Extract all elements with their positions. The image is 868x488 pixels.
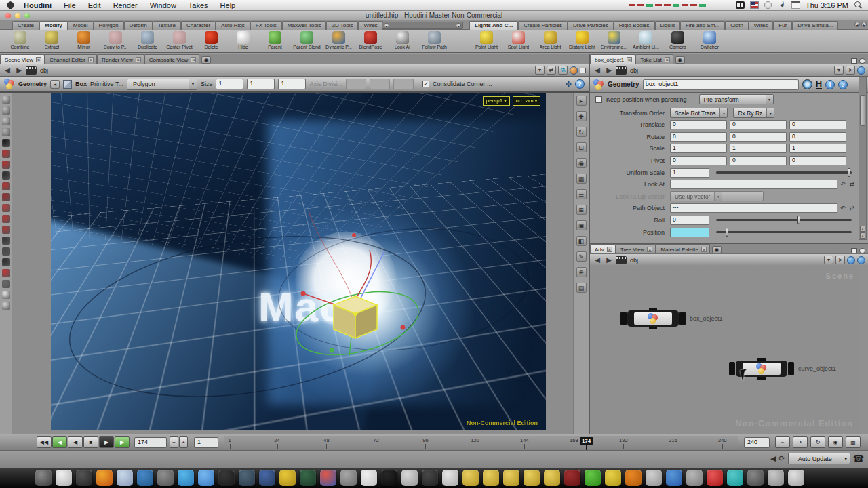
phone-home-icon[interactable]: ☎ (853, 453, 864, 464)
shelf-tool-extract[interactable]: Extract (36, 30, 68, 49)
menu-item-file[interactable]: File (64, 1, 76, 9)
shelf-tab-fur[interactable]: Fur (773, 21, 792, 30)
prev-keyframe-button[interactable]: ◀ (52, 436, 67, 448)
shelf-tab-texture[interactable]: Texture (153, 21, 181, 30)
volume-icon[interactable] (777, 1, 786, 9)
path-dropdown-icon[interactable]: ▾ (834, 66, 844, 75)
shelf-scroll-left-icon[interactable]: ● (384, 23, 389, 28)
help-globe-icon[interactable]: ? (575, 79, 585, 89)
primitive-type-select[interactable]: Polygon▼ (127, 79, 197, 90)
viewport-tool-icon[interactable]: ↻ (576, 127, 587, 137)
pane-tab-composite-view[interactable]: Composite View× (144, 54, 200, 64)
play-backward-button[interactable]: ◀ (68, 436, 83, 448)
network-path[interactable]: obj (629, 257, 638, 264)
viewport-tool-icon[interactable]: ⊡ (576, 142, 587, 152)
pane-tab-take-list[interactable]: Take List× (635, 54, 673, 64)
shelf-tab-wires[interactable]: Wires (749, 21, 773, 30)
op-chooser-icon[interactable]: ⇄ (849, 205, 854, 211)
zoom-network-icon[interactable] (857, 256, 865, 264)
pane-tab-scene-view[interactable]: Scene View× (0, 54, 45, 64)
sync-icon[interactable] (847, 256, 855, 264)
param-field[interactable]: --- (670, 228, 709, 237)
info-icon[interactable]: i (825, 80, 835, 89)
param-menu[interactable]: Scale Rot Trans▼ (670, 108, 728, 118)
viewport-tool-icon[interactable]: ◧ (576, 236, 587, 246)
param-menu[interactable]: Rx Ry Rz▼ (733, 108, 774, 118)
current-frame-field[interactable]: 174 (134, 437, 167, 448)
param-field[interactable]: --- (670, 203, 837, 213)
tool-icon[interactable] (2, 280, 10, 288)
viewport-tool-icon[interactable]: ▸ (576, 96, 587, 106)
shelf-tool-distant-light[interactable]: Distant Light (566, 30, 598, 49)
dock-app-icon[interactable] (747, 470, 764, 486)
dock-app-icon[interactable] (462, 470, 479, 486)
dock-app-icon[interactable] (96, 470, 113, 486)
dock-app-icon[interactable] (239, 470, 255, 486)
float-pane-icon[interactable] (851, 248, 857, 253)
dock-app-icon[interactable] (178, 470, 194, 486)
keep-position-checkbox[interactable] (595, 96, 602, 103)
tool-icon[interactable] (2, 291, 10, 299)
size-x-field[interactable]: 1 (216, 79, 243, 89)
tool-icon[interactable] (2, 204, 10, 212)
slider-handle[interactable] (848, 168, 850, 177)
close-tab-icon[interactable]: × (136, 57, 141, 62)
shelf-tab-drive-particles[interactable]: Drive Particles (568, 21, 614, 30)
shelf-tool-copy-to-p-[interactable]: Copy to P... (100, 30, 132, 49)
float-pane-icon[interactable] (851, 58, 857, 64)
node-flag-right[interactable] (679, 312, 686, 325)
dock-app-icon[interactable] (686, 470, 703, 486)
range-end-field[interactable]: 240 (744, 437, 770, 448)
forward-icon[interactable]: ▶ (604, 66, 614, 74)
tool-icon[interactable] (2, 96, 10, 104)
display-flag-icon[interactable] (802, 79, 812, 89)
dock-app-icon[interactable] (544, 470, 560, 486)
close-tab-icon[interactable]: × (191, 57, 196, 62)
shelf-tab-wires[interactable]: Wires (358, 21, 382, 30)
param-field[interactable]: 0 (789, 156, 846, 165)
dock-app-icon[interactable] (503, 470, 519, 486)
shelf-tool-blendpose[interactable]: BlendPose (355, 30, 387, 49)
dock-app-icon[interactable] (381, 470, 397, 486)
tool-icon[interactable] (2, 182, 10, 190)
param-field[interactable]: 0 (730, 156, 787, 165)
shelf-tab-liquid[interactable]: Liquid (655, 21, 680, 30)
current-frame-marker[interactable]: 174 (580, 437, 593, 445)
node-output-connector[interactable] (649, 327, 657, 329)
dock-app-icon[interactable] (524, 470, 540, 486)
shelf-arrow-left-icon[interactable]: ◂ (854, 22, 860, 27)
menu-item-window[interactable]: Window (150, 1, 176, 9)
shelf-tool-camera[interactable]: Camera (662, 30, 694, 49)
shelf-tab-maxwell-tools[interactable]: Maxwell Tools (282, 21, 327, 30)
shelf-tab-create[interactable]: Create (12, 21, 39, 30)
path-dropdown-icon[interactable]: ▾ (535, 66, 545, 75)
viewport-tool-icon[interactable]: ▣ (576, 220, 587, 230)
add-tab-icon[interactable]: ◉ (201, 56, 211, 64)
dock-app-icon[interactable] (585, 470, 601, 486)
dock-app-icon[interactable] (625, 470, 642, 486)
shelf-tool-center-pivot[interactable]: Center Pivot (163, 30, 195, 49)
back-icon[interactable]: ◀ (3, 66, 12, 74)
slider-handle[interactable] (726, 228, 728, 237)
viewport-tool-icon[interactable]: ◉ (576, 158, 587, 168)
calendar-icon[interactable] (791, 1, 800, 9)
add-tab-icon[interactable]: ◉ (712, 246, 722, 253)
no-cam-badge[interactable]: no cam ▾ (513, 96, 540, 106)
dock-app-icon[interactable] (666, 470, 682, 486)
pane-menu-icon[interactable] (859, 58, 865, 64)
add-tab-icon[interactable]: ◉ (675, 56, 685, 64)
tool-icon[interactable] (2, 258, 10, 266)
viewport-tool-icon[interactable]: ▦ (576, 174, 587, 184)
shelf-tool-spot-light[interactable]: Spot Light (502, 30, 534, 49)
tool-icon[interactable] (2, 139, 10, 147)
dock-app-icon[interactable] (483, 470, 499, 486)
shelf-tool-parent-blend[interactable]: Parent Blend (291, 30, 323, 49)
viewport-tool-icon[interactable]: ⊕ (576, 267, 587, 277)
viewport-tool-icon[interactable]: ✎ (576, 251, 587, 262)
param-field[interactable]: 0 (670, 216, 709, 225)
viewport-tool-icon[interactable]: ▤ (576, 283, 587, 293)
shelf-tab-fx-tools[interactable]: FX Tools (250, 21, 282, 30)
shelf-arrow-right-icon[interactable]: ▸ (861, 22, 867, 27)
next-keyframe-button[interactable]: ▶ (115, 436, 130, 448)
node-flag-left[interactable] (620, 312, 627, 325)
